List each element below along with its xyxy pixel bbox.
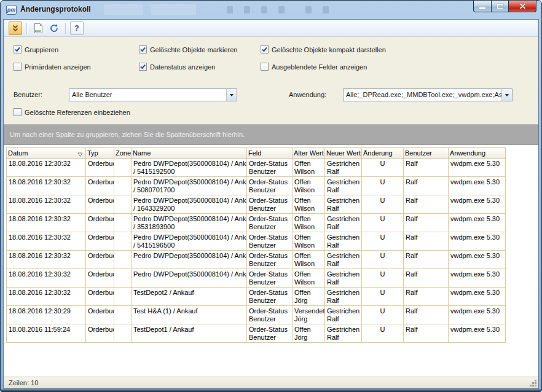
cell-benutzer: Ralf <box>404 195 449 214</box>
csv-export-button[interactable]: csv <box>31 22 45 35</box>
checkbox-gruppieren[interactable]: Gruppieren <box>14 45 58 53</box>
column-header-typ[interactable]: Typ <box>86 148 114 159</box>
collapse-panel-button[interactable] <box>9 22 22 35</box>
table-row[interactable]: 18.08.2016 12:30:32OrderbuchTestDepot2 /… <box>7 288 506 306</box>
group-by-hint: Um nach einer Spalte zu gruppieren, zieh… <box>10 131 245 138</box>
glass-reflection <box>244 6 250 14</box>
cell-neuer: Gestrichen Ralf <box>325 251 362 269</box>
cell-typ: Orderbuch <box>86 214 114 232</box>
anwendung-combobox-value: Alle;_DPRead.exe;_MMDBTool.exe;_vwdpm.ex… <box>344 89 501 101</box>
toolbar: csv ? <box>4 20 538 37</box>
csv-export-icon: csv <box>34 23 42 33</box>
cell-feld: Order-Status Benutzer <box>247 195 293 214</box>
checkbox-geloeschte-objekte-kompakt[interactable]: Gelöschte Objekte kompakt darstellen <box>261 45 386 53</box>
checkbox-label: Primärdaten anzeigen <box>25 63 91 71</box>
cell-aenderung: U <box>362 195 404 214</box>
column-header-benutzer[interactable]: Benutzer <box>404 148 449 159</box>
chevron-down-icon[interactable] <box>501 89 512 101</box>
help-icon: ? <box>74 24 79 33</box>
glass-reflection <box>227 6 233 14</box>
checkbox-ausgeblendete-felder[interactable]: Ausgeblendete Felder anzeigen <box>261 63 367 71</box>
cell-neuer: Gestrichen Ralf <box>325 324 362 343</box>
cell-aenderung: U <box>362 288 404 306</box>
column-header-feld[interactable]: Feld <box>247 148 293 159</box>
column-header-neuer-wert[interactable]: Neuer Wert <box>325 148 362 159</box>
help-button[interactable]: ? <box>70 22 84 35</box>
cell-datum: 18.08.2016 12:30:29 <box>7 306 86 324</box>
cell-benutzer: Ralf <box>404 306 449 324</box>
column-header-name[interactable]: Name <box>132 148 247 159</box>
table-row[interactable]: 18.08.2016 12:30:32OrderbuchPedro DWPDep… <box>7 177 506 195</box>
chevron-down-icon[interactable] <box>226 89 237 101</box>
resize-grip[interactable] <box>529 379 537 387</box>
cell-alter: Offen Wilson <box>293 214 325 232</box>
close-button[interactable] <box>508 1 536 12</box>
cell-zone <box>114 232 132 251</box>
cell-zone <box>114 324 132 343</box>
column-header-alter-wert[interactable]: Alter Wert <box>293 148 325 159</box>
cell-zone <box>114 159 132 177</box>
group-by-bar[interactable]: Um nach einer Spalte zu gruppieren, zieh… <box>4 124 538 145</box>
cell-benutzer: Ralf <box>404 288 449 306</box>
cell-feld: Order-Status Benutzer <box>247 159 293 177</box>
cell-zone <box>114 269 132 288</box>
cell-benutzer: Ralf <box>404 177 449 195</box>
sort-descending-icon <box>77 151 83 159</box>
checkbox-box <box>261 45 269 53</box>
cell-feld: Order-Status Benutzer <box>247 214 293 232</box>
cell-zone <box>114 177 132 195</box>
minimize-button[interactable] <box>473 1 491 12</box>
cell-datum: 18.08.2016 12:30:32 <box>7 177 86 195</box>
benutzer-combobox-value: Alle Benutzer <box>69 89 226 101</box>
cell-alter: Offen Wilson <box>293 269 325 288</box>
cell-name: Pedro DWPDepot(3500008104) / Ankauf <box>132 269 247 288</box>
cell-neuer: Gestrichen Ralf <box>325 306 362 324</box>
client-area: csv ? Gruppieren Gelöschte Objekte marki… <box>3 19 539 389</box>
column-header-label: Neuer Wert <box>326 149 361 157</box>
cell-alter: Offen Wilson <box>293 159 325 177</box>
cell-benutzer: Ralf <box>404 251 449 269</box>
checkbox-box <box>14 63 22 71</box>
benutzer-label: Benutzer: <box>14 91 42 98</box>
benutzer-combobox[interactable]: Alle Benutzer <box>69 88 237 101</box>
titlebar[interactable]: pm Änderungsprotokoll <box>1 1 541 19</box>
checkbox-datenstatus[interactable]: Datenstatus anzeigen <box>139 63 215 71</box>
cell-neuer: Gestrichen Ralf <box>325 232 362 251</box>
cell-feld: Order-Status Benutzer <box>247 324 293 343</box>
table-header-row: Datum Typ Zone Name Feld Alter Wert Neue… <box>7 148 506 159</box>
table-row[interactable]: 18.08.2016 12:30:29OrderbuchTest H&A (1)… <box>7 306 506 324</box>
column-header-label: Änderung <box>363 149 393 157</box>
column-header-aenderung[interactable]: Änderung <box>362 148 404 159</box>
chevron-double-down-icon <box>11 24 20 33</box>
column-header-zone[interactable]: Zone <box>114 148 132 159</box>
checkbox-geloeschte-referenzen[interactable]: Gelöschte Referenzen einbeziehen <box>14 108 130 116</box>
table-row[interactable]: 18.08.2016 12:30:32OrderbuchPedro DWPDep… <box>7 232 506 251</box>
checkbox-primaerdaten[interactable]: Primärdaten anzeigen <box>14 63 91 71</box>
table-row[interactable]: 18.08.2016 12:30:32OrderbuchPedro DWPDep… <box>7 159 506 177</box>
cell-name: TestDepot1 / Ankauf <box>132 324 247 343</box>
column-header-datum[interactable]: Datum <box>7 148 86 159</box>
cell-aenderung: U <box>362 177 404 195</box>
checkbox-geloeschte-objekte-markieren[interactable]: Gelöschte Objekte markieren <box>139 45 237 53</box>
glass-reflection <box>104 4 143 15</box>
maximize-button[interactable] <box>491 1 508 12</box>
cell-typ: Orderbuch <box>86 306 114 324</box>
table-row[interactable]: 18.08.2016 12:30:32OrderbuchPedro DWPDep… <box>7 269 506 288</box>
cell-alter: Offen Wilson <box>293 177 325 195</box>
cell-benutzer: Ralf <box>404 324 449 343</box>
table-row[interactable]: 18.08.2016 12:30:32OrderbuchPedro DWPDep… <box>7 214 506 232</box>
cell-zone <box>114 251 132 269</box>
table-row[interactable]: 18.08.2016 12:30:32OrderbuchPedro DWPDep… <box>7 195 506 214</box>
checkbox-label: Gelöschte Objekte markieren <box>150 46 237 53</box>
table-row[interactable]: 18.08.2016 11:59:24OrderbuchTestDepot1 /… <box>7 324 506 343</box>
cell-feld: Order-Status Benutzer <box>247 251 293 269</box>
refresh-button[interactable] <box>47 22 61 35</box>
cell-datum: 18.08.2016 12:30:32 <box>7 269 86 288</box>
column-header-label: Feld <box>248 149 261 157</box>
cell-datum: 18.08.2016 12:30:32 <box>7 288 86 306</box>
column-header-anwendung[interactable]: Anwendung <box>449 148 506 159</box>
anwendung-combobox[interactable]: Alle;_DPRead.exe;_MMDBTool.exe;_vwdpm.ex… <box>343 88 513 101</box>
table-row[interactable]: 18.08.2016 12:30:32OrderbuchPedro DWPDep… <box>7 251 506 269</box>
cell-anwendung: vwdpm.exe 5.30 <box>449 214 506 232</box>
app-icon: pm <box>6 5 17 15</box>
